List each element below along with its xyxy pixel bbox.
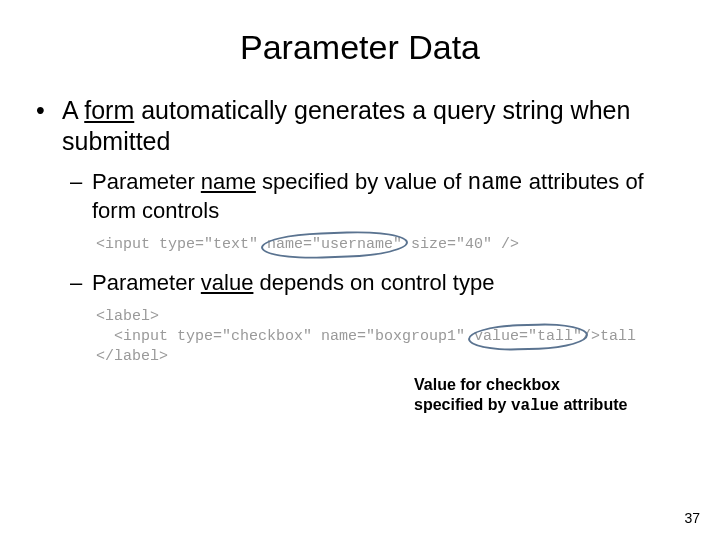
code1-hl-text: name="username" xyxy=(267,236,402,253)
bullet1-form-underlined: form xyxy=(84,96,134,124)
code2-line3: </label> xyxy=(96,347,684,367)
callout-line1: Value for checkbox xyxy=(414,375,684,395)
code2-hl-text: value="tall" xyxy=(474,328,582,345)
code1-highlight: name="username" xyxy=(267,235,402,255)
code2-line2: <input type="checkbox" name="boxgroup1" … xyxy=(96,327,684,347)
bullet1-pre: A xyxy=(62,96,84,124)
callout-line2-pre: specified by xyxy=(414,396,511,413)
sub2-pre: Parameter xyxy=(92,270,201,295)
callout-line2-code: value xyxy=(511,397,559,415)
sub1-text: Parameter name specified by value of nam… xyxy=(92,168,684,225)
bullet1-text: A form automatically generates a query s… xyxy=(62,95,684,158)
code-example-1: <input type="text" name="username" size=… xyxy=(96,235,684,255)
callout-label: Value for checkbox specified by value at… xyxy=(414,375,684,416)
sub2-text: Parameter value depends on control type xyxy=(92,269,684,297)
sub1-code: name xyxy=(467,170,522,196)
bullet1-post: automatically generates a query string w… xyxy=(62,96,630,155)
sub2-post: depends on control type xyxy=(253,270,494,295)
code2-line2-post: />tall xyxy=(582,328,636,345)
callout-line2: specified by value attribute xyxy=(414,395,684,416)
bullet-level-1: • A form automatically generates a query… xyxy=(36,95,684,158)
code2-line1: <label> xyxy=(96,307,684,327)
callout-line2-post: attribute xyxy=(559,396,627,413)
slide: Parameter Data • A form automatically ge… xyxy=(0,0,720,540)
bullet-level-2: – Parameter name specified by value of n… xyxy=(70,168,684,225)
bullet-dash: – xyxy=(70,168,92,225)
code1-post: size="40" /> xyxy=(402,236,519,253)
sub1-underlined: name xyxy=(201,169,256,194)
code-example-2: <label> <input type="checkbox" name="box… xyxy=(96,307,684,368)
page-number: 37 xyxy=(684,510,700,526)
sub2-underlined: value xyxy=(201,270,254,295)
bullet-dash: – xyxy=(70,269,92,297)
code2-line2-pre: <input type="checkbox" name="boxgroup1" xyxy=(96,328,474,345)
slide-title: Parameter Data xyxy=(36,28,684,67)
bullet-dot: • xyxy=(36,95,62,158)
bullet-level-2: – Parameter value depends on control typ… xyxy=(70,269,684,297)
code1-pre: <input type="text" xyxy=(96,236,267,253)
sub1-mid: specified by value of xyxy=(256,169,468,194)
code2-highlight: value="tall" xyxy=(474,327,582,347)
code1-line: <input type="text" name="username" size=… xyxy=(96,235,684,255)
sub1-pre: Parameter xyxy=(92,169,201,194)
